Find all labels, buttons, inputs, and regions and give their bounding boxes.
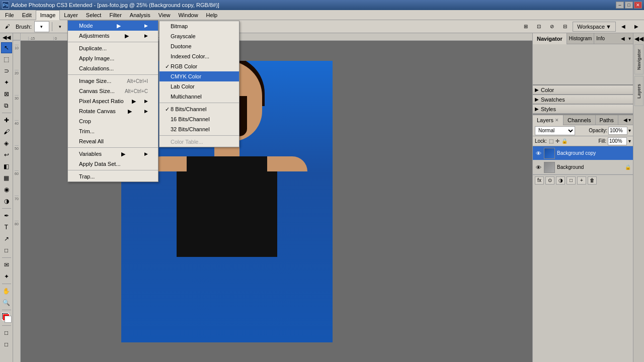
- menu-item-trap[interactable]: Trap...: [68, 171, 158, 182]
- color-swatch[interactable]: [2, 313, 12, 323]
- far-right-layers[interactable]: Layers: [634, 76, 643, 106]
- tab-layers[interactable]: Layers ✕: [533, 115, 564, 125]
- menu-item-canvas-size[interactable]: Canvas Size... Alt+Ctrl+C: [68, 86, 158, 96]
- menu-layer[interactable]: Layer: [60, 10, 82, 20]
- tool-type[interactable]: T: [1, 222, 12, 233]
- close-button[interactable]: ✕: [634, 2, 642, 9]
- menu-item-trim[interactable]: Trim...: [68, 126, 158, 136]
- tool-crop[interactable]: ⊠: [1, 88, 12, 100]
- menu-item-crop[interactable]: Crop: [68, 116, 158, 126]
- color-section-header[interactable]: ▶ Color: [533, 85, 633, 95]
- tool-slice[interactable]: ⧉: [1, 100, 12, 111]
- erase-mode-btn[interactable]: ▾: [55, 21, 66, 32]
- mode-bitmap[interactable]: Bitmap: [159, 21, 239, 31]
- tool-blur[interactable]: ◉: [1, 184, 12, 195]
- menu-item-mode[interactable]: Mode ▶ Bitmap Grayscale Duotone Indexed …: [68, 21, 158, 31]
- menu-item-image-size[interactable]: Image Size... Alt+Ctrl+I: [68, 76, 158, 86]
- layers-panel-menu[interactable]: ▾: [628, 117, 631, 123]
- layer-item-background-copy[interactable]: 👁 Background copy: [533, 146, 633, 160]
- mode-grayscale[interactable]: Grayscale: [159, 31, 239, 41]
- menu-image[interactable]: Image: [36, 10, 60, 20]
- tool-dodge[interactable]: ◑: [1, 196, 12, 207]
- menu-view[interactable]: View: [154, 10, 175, 20]
- mode-cmyk-color[interactable]: CMYK Color: [159, 71, 239, 81]
- styles-section-header[interactable]: ▶ Styles: [533, 105, 633, 114]
- brush-preset-picker[interactable]: 🖌: [2, 21, 13, 32]
- tool-fullscreen[interactable]: □: [1, 339, 12, 350]
- toolbar-icon-2[interactable]: ⊡: [533, 21, 544, 32]
- minimize-button[interactable]: –: [616, 2, 624, 9]
- lock-position-icon[interactable]: ✛: [555, 138, 559, 144]
- mode-multichannel[interactable]: Multichannel: [159, 92, 239, 102]
- mode-rgb-color[interactable]: ✓RGB Color: [159, 61, 239, 71]
- tool-marquee[interactable]: ⬚: [1, 54, 12, 65]
- tool-zoom[interactable]: 🔍: [1, 297, 12, 308]
- menu-file[interactable]: File: [1, 10, 18, 20]
- tool-eyedropper[interactable]: ✦: [1, 271, 12, 282]
- tool-brush[interactable]: 🖌: [1, 126, 12, 137]
- brush-size-btn[interactable]: ▾: [34, 21, 49, 32]
- blend-mode-select[interactable]: Normal: [535, 126, 575, 135]
- mode-indexed-color[interactable]: Indexed Color...: [159, 51, 239, 61]
- background-color[interactable]: [5, 316, 12, 323]
- panel-collapse-all[interactable]: ◀◀: [634, 34, 643, 43]
- new-layer-btn[interactable]: +: [577, 176, 586, 185]
- delete-layer-btn[interactable]: 🗑: [588, 176, 597, 185]
- opacity-arrow[interactable]: ▾: [628, 128, 631, 133]
- tool-eraser[interactable]: ◧: [1, 161, 12, 172]
- layer-adjust-btn[interactable]: ◑: [556, 176, 565, 185]
- lock-pixels-icon[interactable]: ⬚: [549, 138, 553, 144]
- layers-tab-close[interactable]: ✕: [555, 118, 559, 123]
- maximize-button[interactable]: □: [625, 2, 633, 9]
- mode-lab-color[interactable]: Lab Color: [159, 81, 239, 92]
- zoom-in-toolbar[interactable]: ◀: [618, 21, 629, 32]
- tab-channels[interactable]: Channels: [564, 115, 595, 125]
- menu-window[interactable]: Window: [174, 10, 202, 20]
- swatches-section-header[interactable]: ▶ Swatches: [533, 95, 633, 104]
- tool-healing[interactable]: ✚: [1, 115, 12, 126]
- fill-input[interactable]: [608, 137, 627, 145]
- menu-select[interactable]: Select: [82, 10, 106, 20]
- menu-item-calculations[interactable]: Calculations...: [68, 63, 158, 73]
- tool-history-brush[interactable]: ↩: [1, 149, 12, 160]
- toolbar-icon-3[interactable]: ⊘: [546, 21, 557, 32]
- toolbar-icon-1[interactable]: ⊞: [520, 21, 531, 32]
- menu-item-apply-data-set[interactable]: Apply Data Set...: [68, 159, 158, 169]
- top-panel-collapse[interactable]: ◀: [619, 35, 626, 42]
- toolbar-icon-4[interactable]: ⊟: [559, 21, 571, 32]
- mode-8bit[interactable]: ✓8 Bits/Channel: [159, 104, 239, 114]
- tool-path-select[interactable]: ↗: [1, 233, 12, 244]
- menu-help[interactable]: Help: [202, 10, 222, 20]
- tool-magic-wand[interactable]: ✦: [1, 77, 12, 88]
- menu-item-pixel-aspect[interactable]: Pixel Aspect Ratio ▶: [68, 96, 158, 106]
- layer-group-btn[interactable]: □: [567, 176, 576, 185]
- mode-duotone[interactable]: Duotone: [159, 41, 239, 51]
- menu-filter[interactable]: Filter: [105, 10, 125, 20]
- tool-hand[interactable]: ✋: [1, 286, 12, 297]
- menu-item-variables[interactable]: Variables ▶: [68, 149, 158, 159]
- tool-move[interactable]: ↖: [1, 42, 12, 53]
- workspace-dropdown[interactable]: Workspace ▼: [573, 22, 616, 32]
- tool-notes[interactable]: ✉: [1, 259, 12, 270]
- layer-visibility-bg-copy[interactable]: 👁: [535, 150, 542, 157]
- layers-panel-collapse[interactable]: ◀: [623, 117, 627, 123]
- tab-navigator[interactable]: Navigator: [533, 33, 567, 44]
- tool-lasso[interactable]: ⊃: [1, 65, 12, 76]
- menu-item-reveal-all[interactable]: Reveal All: [68, 136, 158, 146]
- top-panel-menu[interactable]: ▾: [628, 36, 631, 41]
- layer-fx-btn[interactable]: fx: [535, 176, 544, 185]
- mode-16bit[interactable]: 16 Bits/Channel: [159, 114, 239, 124]
- opacity-input[interactable]: [608, 127, 627, 135]
- tool-pen[interactable]: ✒: [1, 210, 12, 221]
- tool-clone[interactable]: ◈: [1, 138, 12, 149]
- menu-item-apply-image[interactable]: Apply Image...: [68, 53, 158, 63]
- tab-histogram[interactable]: Histogram: [567, 33, 595, 44]
- menu-analysis[interactable]: Analysis: [126, 10, 154, 20]
- tools-collapse-arrow[interactable]: ◀◀: [3, 34, 11, 41]
- layer-item-background[interactable]: 👁 Background 🔒: [533, 160, 633, 174]
- layer-mask-btn[interactable]: ⊙: [545, 176, 554, 185]
- menu-item-duplicate[interactable]: Duplicate...: [68, 43, 158, 53]
- tool-gradient[interactable]: ▦: [1, 172, 12, 184]
- tool-screen-mode[interactable]: □: [1, 327, 12, 338]
- far-right-navigator[interactable]: Navigator: [634, 44, 643, 74]
